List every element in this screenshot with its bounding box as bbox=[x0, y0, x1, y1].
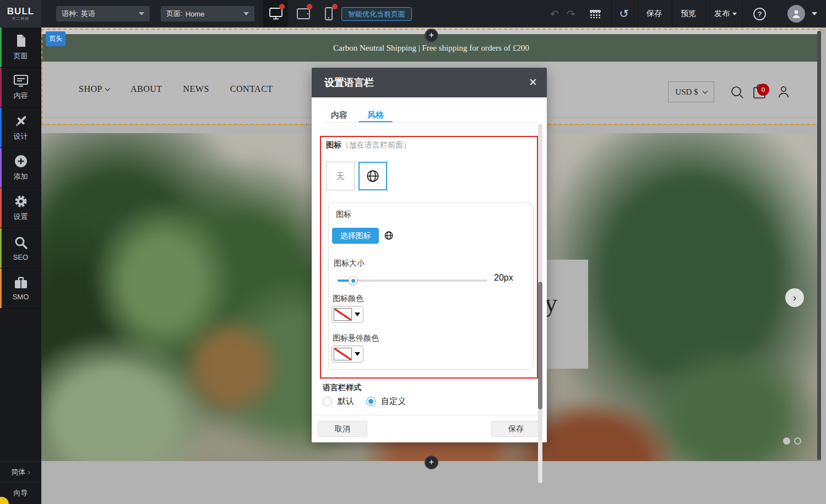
caret-down-icon bbox=[355, 352, 360, 356]
toolbar-divider bbox=[672, 0, 672, 28]
sidebar-item-content[interactable]: 内容 bbox=[0, 68, 41, 108]
save-button[interactable]: 保存 bbox=[646, 0, 662, 28]
icon-option-globe[interactable] bbox=[358, 162, 387, 190]
radio-custom-label[interactable]: 自定义 bbox=[381, 396, 406, 407]
toolbar-divider bbox=[638, 0, 638, 28]
close-icon[interactable]: ✕ bbox=[529, 76, 537, 89]
chevron-right-icon: › bbox=[793, 292, 796, 304]
language-select-value: 英语 bbox=[81, 9, 95, 19]
bar-style-options: 默认 自定义 bbox=[323, 396, 412, 407]
carousel-dot[interactable] bbox=[783, 437, 790, 445]
nav-item-news[interactable]: NEWS bbox=[183, 84, 209, 94]
user-icon bbox=[778, 85, 790, 98]
color-strip bbox=[0, 108, 2, 147]
logo-subtitle: 不二科技 bbox=[12, 16, 30, 21]
sidebar-item-smo[interactable]: SMO bbox=[0, 269, 41, 309]
tablet-icon bbox=[296, 8, 311, 20]
chevron-down-icon bbox=[139, 12, 144, 15]
redo-button[interactable]: ↷ bbox=[564, 0, 578, 28]
color-strip bbox=[0, 228, 2, 268]
carousel-dot[interactable] bbox=[794, 437, 801, 445]
radio-default[interactable] bbox=[323, 397, 332, 406]
hero-heading-partial: y bbox=[547, 288, 557, 317]
desktop-view-button[interactable] bbox=[263, 0, 288, 28]
sidebar-item-pages[interactable]: 页面 bbox=[0, 28, 41, 68]
notification-dot bbox=[307, 4, 312, 9]
toolbar-divider bbox=[742, 0, 743, 28]
chevron-down-icon bbox=[732, 13, 737, 15]
mobile-icon bbox=[324, 7, 333, 21]
sidebar-item-add[interactable]: 添加 bbox=[0, 148, 41, 188]
account-menu-caret[interactable] bbox=[812, 12, 817, 15]
site-search-button[interactable] bbox=[730, 85, 745, 100]
sidebar-item-seo[interactable]: SEO bbox=[0, 228, 41, 269]
chevron-down-icon bbox=[243, 12, 249, 15]
chevron-right-icon: › bbox=[28, 468, 30, 476]
undo-icon: ↶ bbox=[550, 8, 559, 20]
add-section-button-bottom[interactable]: + bbox=[425, 456, 438, 469]
icon-group-heading: 图标（放在语言栏前面） bbox=[326, 140, 411, 150]
modal-scrollbar-track[interactable] bbox=[538, 124, 542, 483]
notification-dot bbox=[332, 4, 338, 9]
simplified-chinese-toggle[interactable]: 简体 › bbox=[0, 461, 41, 482]
preview-scrollbar[interactable] bbox=[817, 31, 821, 460]
nav-item-shop[interactable]: SHOP bbox=[79, 84, 110, 94]
chevron-down-icon bbox=[105, 85, 110, 91]
help-button[interactable]: ? bbox=[753, 8, 766, 20]
site-nav: SHOP ABOUT NEWS CONTACT bbox=[79, 84, 273, 94]
nav-item-contact[interactable]: CONTACT bbox=[230, 84, 273, 94]
smart-optimize-button[interactable]: 智能优化当前页面 bbox=[341, 7, 412, 21]
nav-item-about[interactable]: ABOUT bbox=[131, 84, 162, 94]
top-toolbar: BULL 不二科技 语种: 英语 页面: Home bbox=[0, 0, 826, 28]
cancel-button[interactable]: 取消 bbox=[318, 421, 367, 437]
account-button[interactable] bbox=[778, 85, 790, 98]
notification-dot bbox=[279, 4, 285, 9]
language-bar-settings-modal: 设置语言栏 ✕ 内容 风格 图标（放在语言栏前面） 无 图标 选择图标 bbox=[312, 68, 547, 442]
modal-title: 设置语言栏 bbox=[324, 76, 374, 89]
choose-icon-button[interactable]: 选择图标 bbox=[332, 228, 379, 244]
icon-color-picker[interactable] bbox=[332, 306, 363, 323]
blocks-grid-button[interactable] bbox=[587, 0, 604, 28]
preview-button[interactable]: 预览 bbox=[681, 0, 696, 28]
history-button[interactable]: ↺ bbox=[616, 0, 632, 28]
icon-label: 图标 bbox=[336, 210, 351, 220]
page-select-value: Home bbox=[186, 10, 205, 18]
app-root: BULL 不二科技 语种: 英语 页面: Home bbox=[0, 0, 826, 504]
carousel-next-button[interactable]: › bbox=[785, 288, 804, 307]
sidebar-item-settings[interactable]: 设置 bbox=[0, 188, 41, 228]
publish-button[interactable]: 发布 bbox=[714, 0, 737, 28]
currency-select[interactable]: USD $ bbox=[668, 81, 714, 102]
slider-handle[interactable] bbox=[349, 276, 357, 285]
modal-scrollbar-thumb[interactable] bbox=[538, 282, 542, 409]
toolbar-divider bbox=[611, 0, 612, 28]
color-strip bbox=[0, 148, 2, 188]
sidebar-item-design[interactable]: 设计 bbox=[0, 108, 41, 148]
color-strip bbox=[0, 269, 2, 308]
icon-size-slider[interactable] bbox=[338, 280, 487, 282]
grid-icon bbox=[590, 10, 601, 18]
left-sidebar: 页面 内容 设计 bbox=[0, 28, 41, 504]
carousel-dots bbox=[783, 437, 801, 445]
tablet-view-button[interactable] bbox=[291, 0, 316, 28]
header-section-badge[interactable]: 页头 bbox=[46, 31, 66, 46]
icon-option-none[interactable]: 无 bbox=[326, 162, 355, 190]
logo-title: BULL bbox=[7, 7, 34, 16]
icon-color-label: 图标颜色 bbox=[333, 294, 363, 304]
page-select[interactable]: 页面: Home bbox=[161, 6, 254, 21]
mobile-view-button[interactable] bbox=[316, 0, 341, 28]
tab-content[interactable]: 内容 bbox=[331, 110, 347, 120]
save-button[interactable]: 保存 bbox=[491, 421, 541, 437]
radio-default-label[interactable]: 默认 bbox=[338, 396, 354, 407]
tab-style[interactable]: 风格 bbox=[367, 110, 384, 120]
language-select[interactable]: 语种: 英语 bbox=[56, 6, 150, 21]
cart-button[interactable]: 0 bbox=[753, 84, 771, 100]
account-avatar[interactable] bbox=[787, 5, 805, 23]
icon-hover-color-picker[interactable] bbox=[332, 346, 363, 363]
history-icon: ↺ bbox=[619, 7, 629, 20]
radio-custom[interactable] bbox=[366, 397, 376, 406]
caret-down-icon bbox=[355, 313, 360, 316]
help-icon: ? bbox=[758, 10, 762, 18]
add-section-button-top[interactable]: + bbox=[425, 29, 438, 42]
cart-count-badge: 0 bbox=[757, 84, 769, 96]
undo-button[interactable]: ↶ bbox=[547, 0, 562, 28]
